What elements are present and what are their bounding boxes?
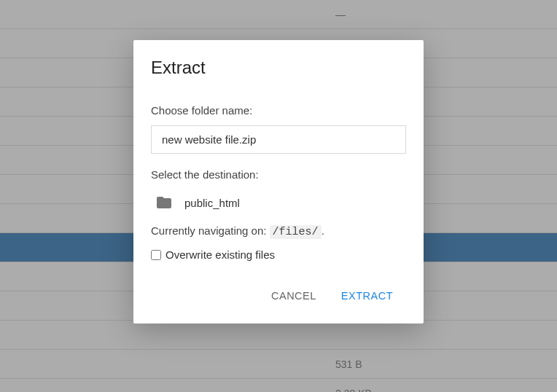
overwrite-label: Overwrite existing files: [165, 248, 275, 261]
overwrite-checkbox[interactable]: [151, 250, 161, 260]
folder-name-input[interactable]: [151, 125, 406, 154]
overwrite-row[interactable]: Overwrite existing files: [151, 248, 406, 261]
cancel-button[interactable]: CANCEL: [268, 286, 319, 306]
destination-folder-row[interactable]: public_html: [151, 189, 406, 224]
dialog-title: Extract: [151, 58, 406, 78]
folder-icon: [154, 194, 174, 211]
current-path-line: Currently navigating on: /files/.: [151, 224, 406, 238]
current-path-value: /files/: [270, 225, 322, 239]
extract-dialog: Extract Choose folder name: Select the d…: [133, 40, 424, 324]
destination-label: Select the destination:: [151, 168, 406, 181]
current-path-label: Currently navigating on:: [151, 224, 266, 237]
extract-button[interactable]: EXTRACT: [338, 286, 396, 306]
current-path-period: .: [322, 224, 324, 237]
folder-name-label: Choose folder name:: [151, 104, 406, 117]
dialog-button-row: CANCEL EXTRACT: [151, 286, 406, 306]
destination-folder-name: public_html: [184, 197, 240, 209]
